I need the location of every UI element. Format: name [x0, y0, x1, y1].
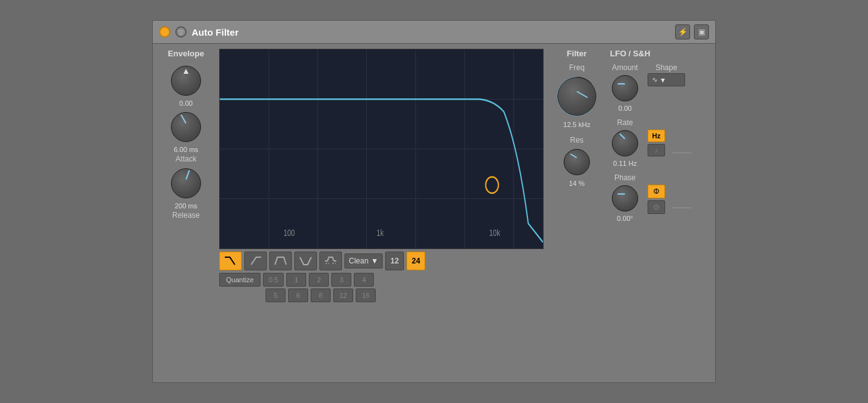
filter-freq-section: Filter Freq 12.5 kHz Res 14 % — [549, 49, 605, 302]
filter-controls: Clean ▼ 12 24 — [219, 252, 544, 270]
filter-type-highpass[interactable] — [244, 252, 267, 270]
lfo-amount-knob[interactable] — [610, 73, 640, 103]
lfo-rate-col: Rate 0.11 Hz — [610, 118, 640, 167]
power-led[interactable] — [159, 26, 170, 38]
lfo-hz-button[interactable]: Hz — [648, 130, 665, 142]
filter-quality-label: Clean — [349, 257, 368, 265]
slope-12-button[interactable]: 12 — [385, 252, 404, 270]
filter-section-label: Filter — [567, 49, 587, 58]
svg-point-18 — [486, 177, 499, 193]
envelope-release-group: 200 ms Release — [168, 166, 204, 220]
filter-display: 100 1k 10k — [219, 49, 544, 302]
lfo-amount-label: Amount — [612, 63, 638, 72]
svg-text:10k: 10k — [489, 228, 500, 238]
envelope-amount-knob[interactable] — [168, 63, 204, 98]
quant-val-4[interactable]: 4 — [354, 273, 374, 287]
envelope-attack-knob[interactable] — [168, 110, 204, 145]
lfo-reset-button[interactable]: ⊙ — [648, 200, 665, 214]
quant-val-5[interactable]: 5 — [266, 288, 286, 302]
lfo-note-button[interactable]: ♪ — [648, 144, 665, 156]
envelope-release-label: Release — [172, 211, 200, 220]
save-icon[interactable]: ▣ — [694, 24, 709, 39]
lfo-section-label: LFO / S&H — [610, 49, 710, 58]
lightning-icon[interactable]: ⚡ — [675, 24, 690, 39]
lfo-phase-col: Phase 0.00° — [610, 173, 640, 222]
lfo-amount-value: 0.00 — [618, 105, 631, 112]
lfo-phase-value: 0.00° — [617, 215, 633, 222]
quant-val-6[interactable]: 6 — [288, 288, 308, 302]
envelope-label: Envelope — [168, 49, 204, 58]
lfo-phase-button[interactable]: Φ — [648, 185, 665, 198]
shape-dropdown-arrow: ▼ — [659, 76, 666, 84]
envelope-attack-label: Attack — [175, 155, 196, 163]
phase-dash — [673, 207, 691, 208]
plugin-container: ▽ Auto Filter ⚡ ▣ Envelope — [152, 20, 716, 383]
envelope-release-value: 200 ms — [175, 202, 197, 210]
envelope-section: Envelope 0.00 — [158, 49, 214, 302]
lfo-phase-row: Phase 0.00° Φ ⊙ — [610, 173, 710, 222]
lfo-phase-knob[interactable] — [610, 183, 640, 213]
envelope-attack-value: 6.00 ms — [173, 146, 198, 153]
plugin-title: Auto Filter — [192, 27, 670, 38]
quantize-row-2: 5 6 8 12 16 — [219, 288, 544, 302]
power-button[interactable]: ▽ — [175, 26, 187, 38]
envelope-amount-group: 0.00 — [168, 63, 204, 107]
lfo-top-row: Amount 0.00 Shape ∿ ▼ — [610, 63, 710, 112]
res-value: 14 % — [569, 180, 584, 187]
lfo-shape-dropdown[interactable]: ∿ ▼ — [648, 73, 685, 86]
quant-val-8[interactable]: 8 — [311, 288, 331, 302]
lfo-shape-label: Shape — [656, 63, 678, 72]
eq-canvas[interactable]: 100 1k 10k — [219, 49, 544, 249]
title-icons: ⚡ ▣ — [675, 24, 709, 39]
lfo-rate-knob[interactable] — [610, 128, 640, 158]
freq-value: 12.5 kHz — [563, 121, 590, 128]
quant-val-2[interactable]: 2 — [309, 273, 329, 287]
freq-knob[interactable] — [555, 74, 599, 118]
quantize-row-1: Quantize 0.5 1 2 3 4 — [219, 273, 544, 287]
lfo-rate-row: Rate 0.11 Hz Hz ♪ — [610, 118, 710, 167]
quant-val-0.5[interactable]: 0.5 — [263, 273, 284, 287]
lfo-amount-col: Amount 0.00 — [610, 63, 640, 112]
shape-wave-icon: ∿ — [652, 76, 658, 84]
envelope-amount-value: 0.00 — [179, 99, 192, 107]
dropdown-arrow: ▼ — [371, 257, 378, 265]
freq-label: Freq — [569, 63, 585, 72]
quant-val-12[interactable]: 12 — [333, 288, 353, 302]
lfo-shape-col: Shape ∿ ▼ — [648, 63, 685, 86]
filter-type-peak[interactable] — [319, 252, 342, 270]
res-knob[interactable] — [562, 147, 592, 177]
quantize-button[interactable]: Quantize — [219, 273, 261, 287]
quant-val-3[interactable]: 3 — [331, 273, 351, 287]
lfo-rate-value: 0.11 Hz — [613, 160, 637, 167]
rate-dash — [673, 152, 691, 153]
lfo-rate-label: Rate — [617, 118, 633, 127]
envelope-attack-group: 6.00 ms Attack — [168, 110, 204, 163]
lfo-phase-label: Phase — [614, 173, 636, 182]
filter-type-bandpass[interactable] — [269, 252, 292, 270]
main-content: Envelope 0.00 — [153, 44, 715, 307]
filter-quality-dropdown[interactable]: Clean ▼ — [344, 253, 383, 268]
res-label: Res — [570, 136, 583, 145]
title-bar: ▽ Auto Filter ⚡ ▣ — [153, 21, 715, 44]
filter-type-notch[interactable] — [294, 252, 317, 270]
slope-24-button[interactable]: 24 — [406, 252, 425, 270]
svg-text:100: 100 — [284, 228, 295, 238]
svg-text:1k: 1k — [376, 228, 384, 238]
quant-val-16[interactable]: 16 — [356, 288, 376, 302]
lfo-section: LFO / S&H Amount 0.00 Sh — [610, 49, 710, 302]
filter-type-lowpass[interactable] — [219, 252, 242, 270]
envelope-release-knob[interactable] — [168, 166, 204, 201]
quant-val-1[interactable]: 1 — [286, 273, 306, 287]
